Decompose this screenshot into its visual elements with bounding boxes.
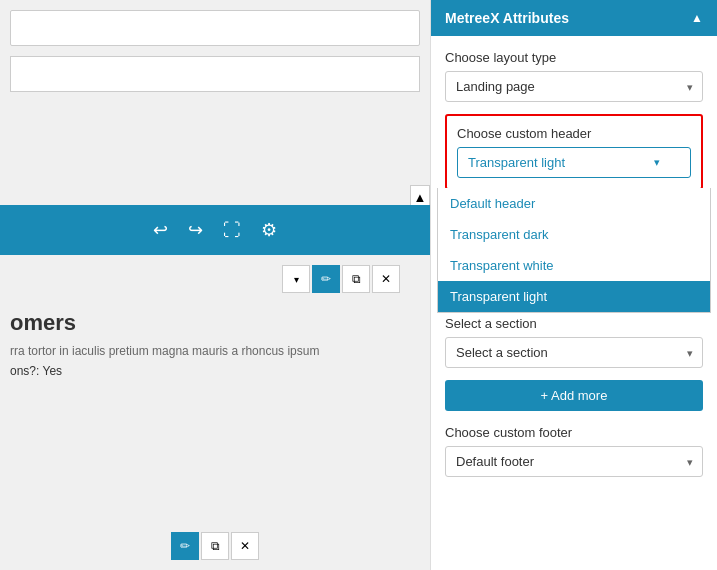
panel-collapse-icon[interactable]: ▲: [691, 11, 703, 25]
custom-header-label: Choose custom header: [457, 126, 691, 141]
dropdown-item-transparent-dark[interactable]: Transparent dark: [438, 219, 710, 250]
custom-header-dropdown-arrow-icon: ▾: [654, 156, 660, 169]
footer-select-wrapper: Default footer ▾: [445, 446, 703, 477]
editor-toolbar: ↩ ↪ ⛶ ⚙: [0, 205, 430, 255]
close-icon: ✕: [381, 272, 391, 286]
undo-button[interactable]: ↩: [153, 219, 168, 241]
content-sub: ons?: Yes: [10, 364, 420, 378]
custom-header-selected-value: Transparent light: [468, 155, 565, 170]
footer-label: Choose custom footer: [445, 425, 703, 440]
content-title: omers: [10, 310, 420, 336]
layout-type-wrapper: Landing page ▾: [445, 71, 703, 102]
panel-title: MetreeX Attributes: [445, 10, 569, 26]
dropdown-button[interactable]: ▾: [282, 265, 310, 293]
dropdown-item-default-header[interactable]: Default header: [438, 188, 710, 219]
custom-header-dropdown-trigger[interactable]: Transparent light ▾: [457, 147, 691, 178]
layout-type-label: Choose layout type: [445, 50, 703, 65]
content-area: omers rra tortor in iaculis pretium magn…: [10, 310, 420, 378]
settings-button[interactable]: ⚙: [261, 219, 277, 241]
custom-header-section: Choose custom header Transparent light ▾…: [445, 114, 703, 190]
dropdown-arrow-icon: ▾: [294, 274, 299, 285]
pencil-icon: ✏: [321, 272, 331, 286]
copy-icon: ⧉: [352, 272, 361, 286]
section-select-wrapper: Select a section ▾: [445, 337, 703, 368]
bottom-close-button[interactable]: ✕: [231, 532, 259, 560]
second-input-bar[interactable]: [10, 56, 420, 92]
edit-button[interactable]: ✏: [312, 265, 340, 293]
triangle-icon: ▲: [414, 190, 427, 205]
bottom-edit-button[interactable]: ✏: [171, 532, 199, 560]
layout-type-select[interactable]: Landing page: [445, 71, 703, 102]
mini-toolbar: ▾ ✏ ⧉ ✕: [282, 265, 400, 293]
bottom-pencil-icon: ✏: [180, 539, 190, 553]
section-select[interactable]: Select a section: [445, 337, 703, 368]
panel-header: MetreeX Attributes ▲: [431, 0, 717, 36]
bottom-mini-toolbar: ✏ ⧉ ✕: [171, 532, 259, 560]
footer-select[interactable]: Default footer: [445, 446, 703, 477]
right-panel: MetreeX Attributes ▲ Choose layout type …: [430, 0, 717, 570]
dropdown-item-transparent-light[interactable]: Transparent light: [438, 281, 710, 312]
add-more-button[interactable]: + Add more: [445, 380, 703, 411]
section-select-label: Select a section: [445, 316, 703, 331]
bottom-copy-button[interactable]: ⧉: [201, 532, 229, 560]
bottom-copy-icon: ⧉: [211, 539, 220, 553]
redo-button[interactable]: ↪: [188, 219, 203, 241]
close-button[interactable]: ✕: [372, 265, 400, 293]
copy-button[interactable]: ⧉: [342, 265, 370, 293]
bottom-close-icon: ✕: [240, 539, 250, 553]
left-panel: ▲ ↩ ↪ ⛶ ⚙ ▾ ✏ ⧉ ✕ omers rra tortor in ia…: [0, 0, 430, 570]
panel-body: Choose layout type Landing page ▾ Choose…: [431, 36, 717, 503]
content-text: rra tortor in iaculis pretium magna maur…: [10, 344, 420, 358]
dropdown-item-transparent-white[interactable]: Transparent white: [438, 250, 710, 281]
expand-button[interactable]: ⛶: [223, 220, 241, 241]
custom-header-dropdown-menu: Default header Transparent dark Transpar…: [437, 188, 711, 313]
top-input-bar[interactable]: [10, 10, 420, 46]
